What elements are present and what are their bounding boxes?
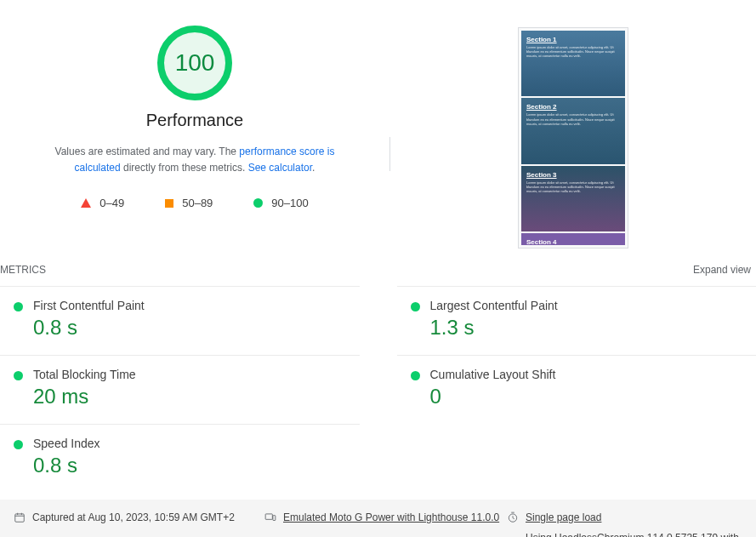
metric-fcp: First Contentful Paint0.8 s: [0, 286, 360, 355]
metric-cls-value: 0: [430, 385, 556, 408]
run-info-footer: Captured at Aug 10, 2023, 10:59 AM GMT+2…: [0, 500, 756, 537]
preview-s1: Section 1: [526, 36, 620, 43]
calendar-icon: [14, 511, 26, 523]
metrics-grid: First Contentful Paint0.8 s Largest Cont…: [0, 286, 756, 493]
legend-fail-label: 0–49: [99, 197, 124, 209]
estimate-text: Values are estimated and may vary. The p…: [33, 144, 356, 176]
page-screenshot-preview: Section 1Lorem ipsum dolor sit amet, con…: [518, 27, 628, 249]
estimate-period: .: [312, 162, 315, 174]
expand-view-link[interactable]: Expand view: [693, 264, 751, 276]
preview-s3-body: Lorem ipsum dolor sit amet, consectetur …: [526, 180, 620, 194]
gauge-score: 100: [175, 49, 215, 77]
footer-browser-text[interactable]: Using HeadlessChromium 114.0.5735.179 wi…: [526, 532, 742, 537]
metric-lcp: Largest Contentful Paint1.3 s: [397, 286, 757, 355]
preview-s3: Section 3: [526, 171, 620, 179]
preview-s1-body: Lorem ipsum dolor sit amet, consectetur …: [526, 45, 620, 59]
gauge-area: 100 Performance Values are estimated and…: [0, 0, 389, 249]
footer-captured-text: Captured at Aug 10, 2023, 10:59 AM GMT+2: [32, 511, 235, 523]
svg-rect-4: [273, 516, 276, 521]
timer-icon: [507, 511, 519, 523]
pass-dot-icon: [14, 440, 23, 449]
metric-fcp-name: First Contentful Paint: [33, 299, 145, 312]
gauge-label: Performance: [0, 111, 389, 130]
estimate-prefix: Values are estimated and may vary. The: [55, 146, 240, 157]
footer-initial: Initial page load: [14, 532, 264, 537]
preview-s2-body: Lorem ipsum dolor sit amet, consectetur …: [526, 112, 620, 126]
footer-captured: Captured at Aug 10, 2023, 10:59 AM GMT+2: [14, 511, 264, 523]
metric-fcp-value: 0.8 s: [33, 316, 145, 340]
preview-area: Section 1Lorem ipsum dolor sit amet, con…: [390, 0, 756, 249]
legend-pass-label: 90–100: [271, 197, 308, 209]
metric-lcp-name: Largest Contentful Paint: [430, 299, 558, 312]
preview-s4: Section 4: [526, 238, 620, 245]
svg-rect-2: [15, 514, 25, 522]
metric-cls-name: Cumulative Layout Shift: [430, 368, 556, 381]
square-icon: [165, 199, 173, 208]
score-legend: 0–49 50–89 90–100: [0, 197, 389, 209]
performance-gauge: 100: [156, 24, 234, 102]
triangle-icon: [81, 198, 91, 208]
footer-single: Single page load: [507, 511, 742, 523]
metric-si-name: Speed Index: [33, 437, 100, 450]
circle-icon: [253, 198, 263, 208]
metric-si-value: 0.8 s: [33, 454, 100, 477]
legend-avg: 50–89: [165, 197, 213, 209]
svg-rect-3: [265, 514, 272, 519]
metric-si: Speed Index0.8 s: [0, 424, 360, 493]
footer-emulated-text[interactable]: Emulated Moto G Power with Lighthouse 11…: [283, 511, 499, 523]
footer-emulated: Emulated Moto G Power with Lighthouse 11…: [264, 511, 507, 523]
estimate-middle: directly from these metrics.: [121, 162, 248, 174]
pass-dot-icon: [14, 302, 23, 311]
devices-icon: [264, 511, 276, 523]
legend-avg-label: 50–89: [182, 197, 213, 209]
pass-dot-icon: [411, 371, 420, 380]
footer-browser: Using HeadlessChromium 114.0.5735.179 wi…: [507, 532, 742, 537]
preview-s2: Section 2: [526, 103, 620, 111]
legend-pass: 90–100: [253, 197, 308, 209]
footer-throttling: Slow 4G throttling: [264, 532, 507, 537]
metric-cls: Cumulative Layout Shift0: [397, 355, 757, 424]
legend-fail: 0–49: [81, 197, 124, 209]
metric-tbt: Total Blocking Time20 ms: [0, 355, 360, 424]
metric-tbt-name: Total Blocking Time: [33, 368, 136, 381]
pass-dot-icon: [411, 302, 420, 311]
see-calculator-link[interactable]: See calculator: [248, 162, 312, 174]
footer-single-text[interactable]: Single page load: [526, 511, 601, 523]
pass-dot-icon: [14, 371, 23, 380]
metrics-heading: METRICS: [0, 264, 46, 276]
metric-lcp-value: 1.3 s: [430, 316, 558, 340]
metric-tbt-value: 20 ms: [33, 385, 136, 408]
